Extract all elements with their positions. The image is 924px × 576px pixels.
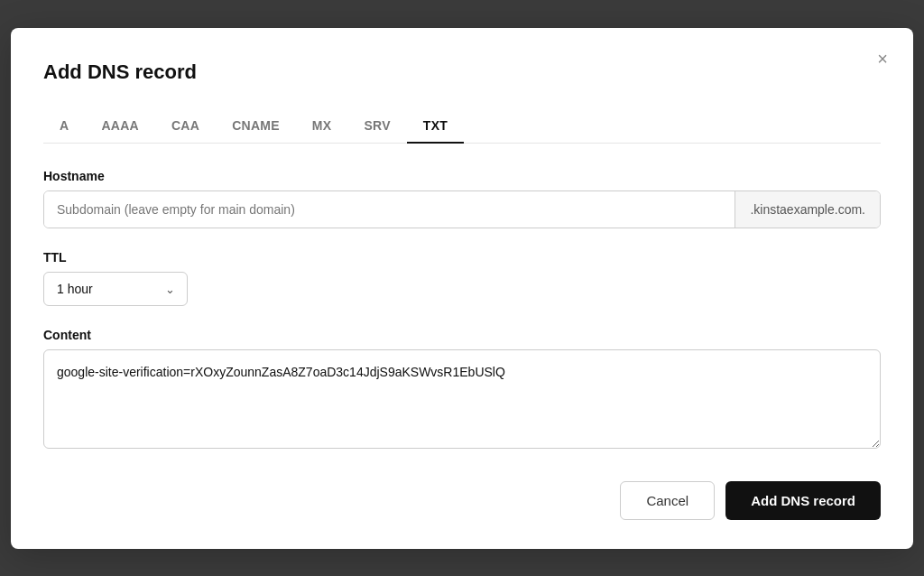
content-section: Content google-site-verification=rXOxyZo…: [43, 328, 881, 452]
ttl-select-wrapper: 1 hour 5 minutes 30 minutes 2 hours 12 h…: [43, 272, 188, 306]
hostname-section: Hostname .kinstaexample.com.: [43, 169, 881, 228]
hostname-suffix: .kinstaexample.com.: [735, 191, 880, 228]
modal-footer: Cancel Add DNS record: [43, 481, 881, 520]
hostname-input-row: .kinstaexample.com.: [43, 190, 881, 228]
content-label: Content: [43, 328, 881, 342]
hostname-input[interactable]: [44, 191, 735, 228]
add-dns-record-button[interactable]: Add DNS record: [725, 481, 881, 520]
close-button[interactable]: ×: [873, 46, 892, 71]
cancel-button[interactable]: Cancel: [620, 481, 715, 520]
tab-cname[interactable]: CNAME: [216, 109, 296, 144]
content-textarea[interactable]: google-site-verification=rXOxyZounnZasA8…: [43, 349, 881, 449]
ttl-section: TTL 1 hour 5 minutes 30 minutes 2 hours …: [43, 250, 881, 328]
modal-title: Add DNS record: [43, 60, 881, 84]
ttl-select[interactable]: 1 hour 5 minutes 30 minutes 2 hours 12 h…: [43, 272, 188, 306]
modal-overlay: Add DNS record × A AAAA CAA CNAME MX SRV…: [0, 0, 924, 576]
tab-a[interactable]: A: [43, 109, 85, 144]
dns-type-tabs: A AAAA CAA CNAME MX SRV TXT: [43, 109, 881, 144]
tab-txt[interactable]: TXT: [407, 109, 464, 144]
tab-aaaa[interactable]: AAAA: [85, 109, 155, 144]
add-dns-modal: Add DNS record × A AAAA CAA CNAME MX SRV…: [11, 28, 913, 549]
tab-caa[interactable]: CAA: [155, 109, 216, 144]
tab-mx[interactable]: MX: [296, 109, 348, 144]
tab-srv[interactable]: SRV: [347, 109, 406, 144]
ttl-label: TTL: [43, 250, 881, 265]
hostname-label: Hostname: [43, 169, 881, 183]
